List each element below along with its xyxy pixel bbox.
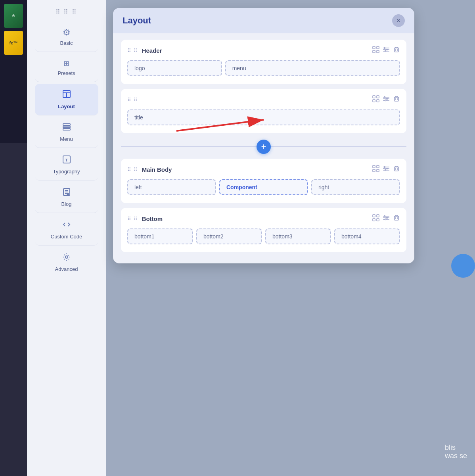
left-cell[interactable]: left bbox=[127, 179, 216, 195]
header-section-actions bbox=[372, 46, 400, 55]
sidebar-item-layout[interactable]: Layout bbox=[35, 84, 98, 115]
svg-rect-41 bbox=[373, 165, 375, 168]
svg-rect-16 bbox=[377, 46, 379, 49]
sidebar-item-advanced-label: Advanced bbox=[55, 266, 78, 272]
unnamed-section: ⠿ ⠿ bbox=[121, 89, 406, 133]
svg-text:T: T bbox=[65, 157, 68, 162]
svg-point-37 bbox=[385, 100, 386, 101]
gear-icon: ⚙ bbox=[63, 27, 71, 38]
svg-rect-54 bbox=[373, 215, 375, 217]
sidebar-item-presets[interactable]: ⊞ Presets bbox=[35, 54, 98, 82]
yellow-logo-badge: fe™ bbox=[4, 31, 23, 55]
component-cell[interactable]: Component bbox=[219, 179, 308, 195]
bottom-cells: bottom1 bottom2 bottom3 bottom4 bbox=[127, 228, 400, 244]
sidebar-item-menu-label: Menu bbox=[60, 136, 73, 142]
header-section-name: Header bbox=[142, 47, 162, 54]
blog-icon bbox=[62, 188, 71, 199]
svg-rect-57 bbox=[377, 219, 379, 221]
logo-cell[interactable]: logo bbox=[127, 60, 222, 76]
presets-icon: ⊞ bbox=[63, 59, 69, 68]
sidebar: ⠿ ⠿ ⠿ ⚙ Basic ⊞ Presets Layout Menu bbox=[27, 0, 106, 476]
svg-rect-28 bbox=[373, 96, 375, 98]
panel-header: Layout × bbox=[113, 8, 414, 33]
sidebar-item-custom-code[interactable]: Custom Code bbox=[35, 215, 98, 246]
svg-rect-15 bbox=[373, 46, 375, 49]
advanced-icon bbox=[62, 253, 71, 264]
unnamed-section-left: ⠿ ⠿ bbox=[127, 97, 142, 103]
bottom4-cell[interactable]: bottom4 bbox=[334, 228, 400, 244]
panel-body: ⠿ ⠿ Header bbox=[113, 33, 414, 263]
svg-rect-43 bbox=[373, 169, 375, 172]
svg-rect-18 bbox=[377, 50, 379, 53]
sidebar-item-typography-label: Typography bbox=[53, 169, 80, 175]
bottom-grid-icon[interactable] bbox=[372, 214, 379, 223]
bottom-section-actions bbox=[372, 214, 400, 223]
bottom-section-name: Bottom bbox=[142, 215, 163, 222]
header-drag-handle[interactable]: ⠿ ⠿ bbox=[127, 48, 138, 54]
close-button[interactable]: × bbox=[392, 14, 405, 27]
unnamed-section-header: ⠿ ⠿ bbox=[127, 95, 400, 104]
unnamed-cells: title bbox=[127, 109, 400, 125]
menu-cell[interactable]: menu bbox=[225, 60, 400, 76]
sidebar-item-typography[interactable]: T Typography bbox=[35, 150, 98, 180]
svg-rect-25 bbox=[395, 48, 398, 52]
header-grid-icon[interactable] bbox=[372, 46, 379, 55]
sidebar-item-basic-label: Basic bbox=[60, 40, 73, 46]
sidebar-item-basic[interactable]: ⚙ Basic bbox=[35, 22, 98, 52]
svg-rect-5 bbox=[63, 129, 70, 130]
svg-point-48 bbox=[384, 167, 385, 168]
bottom-drag-handle[interactable]: ⠿ ⠿ bbox=[127, 216, 138, 222]
bottom3-cell[interactable]: bottom3 bbox=[265, 228, 331, 244]
svg-point-63 bbox=[385, 219, 386, 220]
layout-panel: Layout × ⠿ ⠿ Header bbox=[113, 8, 414, 263]
svg-line-13 bbox=[68, 194, 69, 195]
svg-rect-64 bbox=[395, 216, 398, 220]
svg-rect-17 bbox=[373, 50, 375, 53]
svg-point-36 bbox=[387, 98, 388, 100]
unnamed-settings-icon[interactable] bbox=[383, 95, 390, 104]
main-body-drag-handle[interactable]: ⠿ ⠿ bbox=[127, 167, 138, 173]
svg-point-62 bbox=[387, 217, 388, 219]
main-body-delete-icon[interactable] bbox=[393, 165, 400, 174]
bottom-section-left: ⠿ ⠿ Bottom bbox=[127, 215, 163, 222]
unnamed-delete-icon[interactable] bbox=[393, 95, 400, 104]
svg-point-49 bbox=[387, 168, 388, 169]
sidebar-item-layout-label: Layout bbox=[58, 104, 75, 109]
title-cell[interactable]: title bbox=[127, 109, 400, 125]
unnamed-section-actions bbox=[372, 95, 400, 104]
svg-point-12 bbox=[67, 193, 69, 195]
header-delete-icon[interactable] bbox=[393, 46, 400, 55]
panel-title: Layout bbox=[123, 15, 151, 26]
add-section-button[interactable]: + bbox=[257, 140, 271, 154]
sidebar-item-menu[interactable]: Menu bbox=[35, 117, 98, 148]
svg-point-22 bbox=[384, 48, 385, 49]
header-settings-icon[interactable] bbox=[383, 46, 390, 55]
svg-rect-55 bbox=[377, 215, 379, 217]
sidebar-item-blog[interactable]: Blog bbox=[35, 182, 98, 213]
bottom2-cell[interactable]: bottom2 bbox=[196, 228, 262, 244]
unnamed-drag-handle[interactable]: ⠿ ⠿ bbox=[127, 97, 138, 103]
header-section: ⠿ ⠿ Header bbox=[121, 40, 406, 84]
main-body-section-actions bbox=[372, 165, 400, 174]
sidebar-item-presets-label: Presets bbox=[57, 70, 75, 76]
svg-point-23 bbox=[387, 49, 388, 50]
header-section-header: ⠿ ⠿ Header bbox=[127, 46, 400, 55]
main-body-grid-icon[interactable] bbox=[372, 165, 379, 174]
svg-rect-4 bbox=[63, 126, 70, 128]
svg-point-35 bbox=[384, 97, 385, 98]
bottom1-cell[interactable]: bottom1 bbox=[127, 228, 193, 244]
sidebar-drag-handle: ⠿ ⠿ ⠿ bbox=[56, 8, 77, 15]
right-cell[interactable]: right bbox=[311, 179, 400, 195]
svg-rect-31 bbox=[377, 100, 379, 102]
bottom-section: ⠿ ⠿ Bottom bbox=[121, 208, 406, 252]
main-body-settings-icon[interactable] bbox=[383, 165, 390, 174]
sidebar-item-advanced[interactable]: Advanced bbox=[35, 247, 98, 278]
unnamed-grid-icon[interactable] bbox=[372, 95, 379, 104]
typography-icon: T bbox=[62, 155, 71, 166]
bottom-settings-icon[interactable] bbox=[383, 214, 390, 223]
main-body-section-left: ⠿ ⠿ Main Body bbox=[127, 166, 172, 173]
svg-rect-29 bbox=[377, 96, 379, 98]
code-icon bbox=[62, 220, 71, 231]
bottom-delete-icon[interactable] bbox=[393, 214, 400, 223]
main-body-section: ⠿ ⠿ Main Body bbox=[121, 159, 406, 203]
